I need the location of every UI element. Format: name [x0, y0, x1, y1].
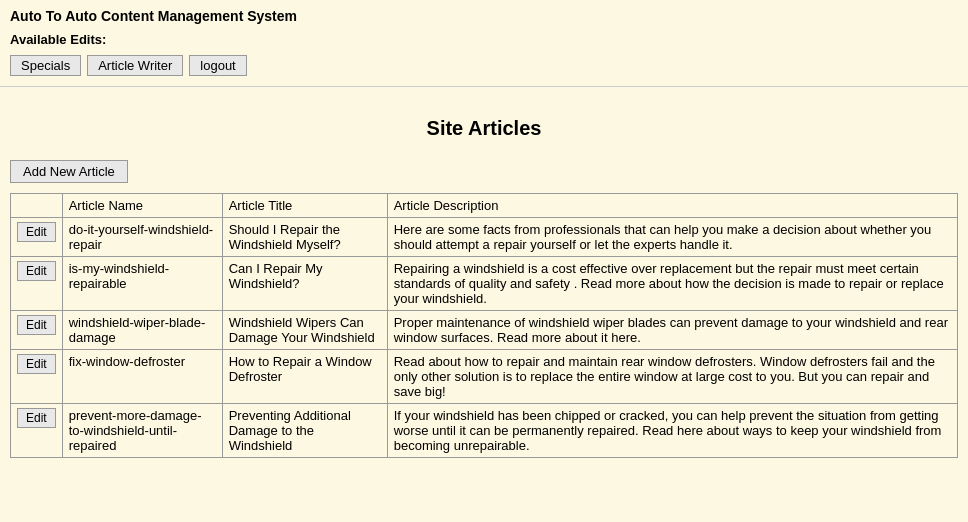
edit-cell: Edit — [11, 257, 63, 311]
article-name: is-my-windshield-repairable — [62, 257, 222, 311]
edit-button-2[interactable]: Edit — [17, 315, 56, 335]
table-row: Editdo-it-yourself-windshield-repairShou… — [11, 218, 958, 257]
article-description: If your windshield has been chipped or c… — [387, 404, 957, 458]
article-title: Should I Repair the Windshield Myself? — [222, 218, 387, 257]
edit-button-1[interactable]: Edit — [17, 261, 56, 281]
table-row: Editprevent-more-damage-to-windshield-un… — [11, 404, 958, 458]
col-header-name: Article Name — [62, 194, 222, 218]
edit-button-3[interactable]: Edit — [17, 354, 56, 374]
app-title: Auto To Auto Content Management System — [10, 8, 958, 24]
site-articles-title: Site Articles — [10, 117, 958, 140]
edit-button-4[interactable]: Edit — [17, 408, 56, 428]
col-header-title: Article Title — [222, 194, 387, 218]
edit-cell: Edit — [11, 218, 63, 257]
col-header-edit — [11, 194, 63, 218]
available-edits-label: Available Edits: — [10, 32, 958, 47]
article-name: do-it-yourself-windshield-repair — [62, 218, 222, 257]
article-description: Read about how to repair and maintain re… — [387, 350, 957, 404]
article-title: Can I Repair My Windshield? — [222, 257, 387, 311]
articles-table: Article Name Article Title Article Descr… — [10, 193, 958, 458]
article-name: prevent-more-damage-to-windshield-until-… — [62, 404, 222, 458]
edit-cell: Edit — [11, 350, 63, 404]
specials-button[interactable]: Specials — [10, 55, 81, 76]
article-description: Repairing a windshield is a cost effecti… — [387, 257, 957, 311]
article-title: Windshield Wipers Can Damage Your Windsh… — [222, 311, 387, 350]
article-name: fix-window-defroster — [62, 350, 222, 404]
article-writer-button[interactable]: Article Writer — [87, 55, 183, 76]
table-row: Editis-my-windshield-repairableCan I Rep… — [11, 257, 958, 311]
article-description: Here are some facts from professionals t… — [387, 218, 957, 257]
table-row: Editfix-window-defrosterHow to Repair a … — [11, 350, 958, 404]
edit-cell: Edit — [11, 404, 63, 458]
col-header-description: Article Description — [387, 194, 957, 218]
edit-cell: Edit — [11, 311, 63, 350]
article-name: windshield-wiper-blade-damage — [62, 311, 222, 350]
article-description: Proper maintenance of windshield wiper b… — [387, 311, 957, 350]
add-new-article-button[interactable]: Add New Article — [10, 160, 128, 183]
edit-button-0[interactable]: Edit — [17, 222, 56, 242]
table-row: Editwindshield-wiper-blade-damageWindshi… — [11, 311, 958, 350]
article-title: Preventing Additional Damage to the Wind… — [222, 404, 387, 458]
article-title: How to Repair a Window Defroster — [222, 350, 387, 404]
logout-button[interactable]: logout — [189, 55, 246, 76]
